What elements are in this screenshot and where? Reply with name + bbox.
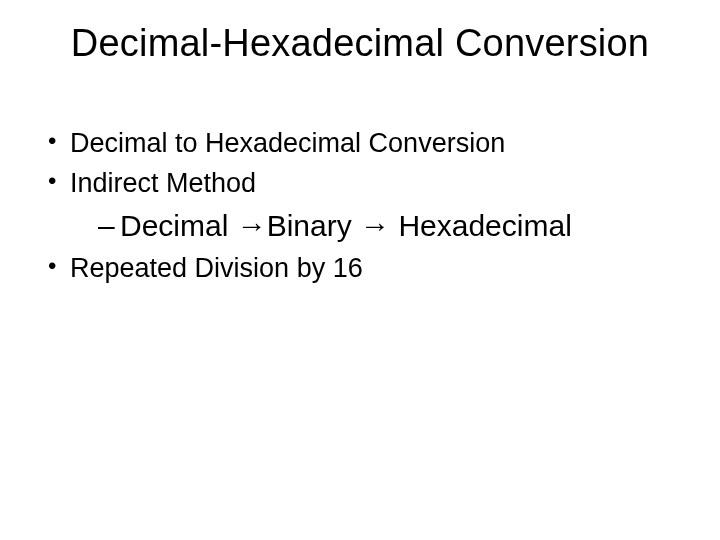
slide: Decimal-Hexadecimal Conversion Decimal t… — [0, 0, 720, 540]
slide-title: Decimal-Hexadecimal Conversion — [0, 22, 720, 65]
sub-bullet-list: Decimal →Binary → Hexadecimal — [70, 206, 672, 247]
bullet-list: Decimal to Hexadecimal Conversion Indire… — [48, 125, 672, 287]
list-item: Decimal to Hexadecimal Conversion — [48, 125, 672, 161]
list-item: Indirect Method Decimal →Binary → Hexade… — [48, 165, 672, 246]
list-item: Repeated Division by 16 — [48, 250, 672, 286]
slide-body: Decimal to Hexadecimal Conversion Indire… — [48, 125, 672, 291]
list-item-label: Indirect Method — [70, 168, 256, 198]
list-item: Decimal →Binary → Hexadecimal — [98, 206, 672, 247]
